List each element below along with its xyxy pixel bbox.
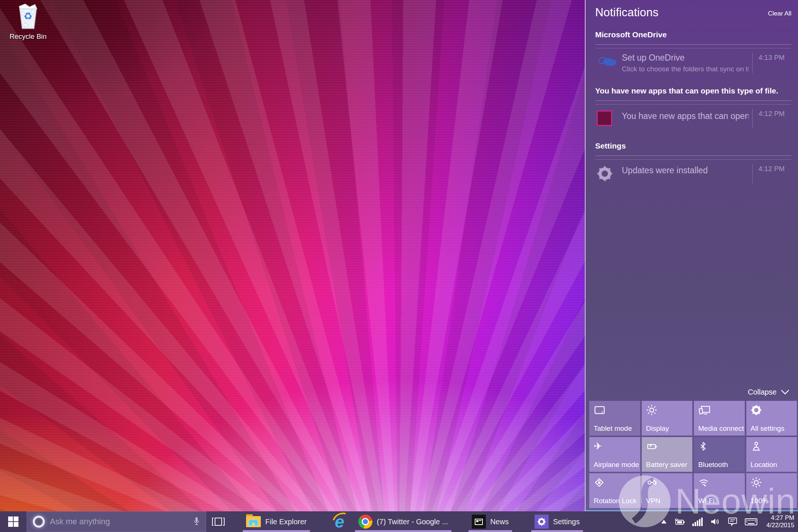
vpn-icon [646,477,658,488]
clear-all-button[interactable]: Clear All [768,10,791,19]
notification-time: 4:12 PM [752,109,791,128]
task-view-icon [212,517,225,526]
recycle-bin-icon: ♻ [16,3,40,30]
battery-saver-icon [646,441,658,452]
notification-group-new-apps: You have new apps that can open this typ… [595,86,791,134]
search-input[interactable] [50,517,187,526]
location-icon [751,441,762,452]
group-header: You have new apps that can open this typ… [595,86,791,95]
quick-action-battery-saver[interactable]: Battery saver [642,437,693,472]
quick-actions-grid: Tablet mode Display Media connect [589,401,797,508]
brightness-icon [751,477,762,488]
airplane-icon: ✈ [594,441,640,452]
notification-updates[interactable]: Updates were installed 4:12 PM [595,160,791,189]
microphone-icon[interactable] [192,516,201,527]
quick-action-location[interactable]: Location [746,437,797,472]
notifications-title: Notifications [595,6,658,19]
task-view-button[interactable] [206,511,231,532]
notification-onedrive[interactable]: Set up OneDrive Click to choose the fold… [595,48,791,79]
taskbar-chrome[interactable]: (7) Twitter - Google ... [354,511,453,532]
group-header: Settings [595,141,791,150]
windows-logo-icon [8,516,18,527]
notification-new-apps[interactable]: You have new apps that can open we 4:12 … [595,105,791,134]
file-explorer-icon [246,516,261,527]
recycle-bin-label: Recycle Bin [4,33,52,41]
taskbar-file-explorer[interactable]: File Explorer [242,511,311,532]
notification-title: You have new apps that can open we [622,111,748,121]
divider [595,156,791,156]
volume-icon[interactable] [710,517,720,526]
quick-action-bluetooth[interactable]: Bluetooth [694,437,745,472]
internet-explorer-icon: e [335,514,344,529]
show-hidden-icons-button[interactable] [661,520,666,524]
recycle-bin-shortcut[interactable]: ♻ Recycle Bin [4,3,52,41]
app-file-icon [597,109,622,128]
cortana-search-box[interactable] [27,511,206,532]
brightness-icon [646,405,657,416]
action-center-header: Notifications Clear All [595,6,791,19]
network-signal-icon[interactable] [692,517,703,526]
rotation-lock-icon [594,477,605,488]
taskbar-news[interactable]: News [467,511,513,532]
tablet-icon [594,405,606,416]
gear-icon [597,164,622,183]
quick-action-airplane-mode[interactable]: ✈ Airplane mode [589,437,640,472]
quick-action-rotation-lock[interactable]: Rotation Lock [589,473,640,508]
taskbar-internet-explorer[interactable]: e [330,511,349,532]
onedrive-cloud-icon [597,53,622,73]
quick-action-vpn[interactable]: VPN [642,473,693,508]
chevron-down-icon [781,390,789,395]
clock-date: 4/22/2015 [766,522,794,529]
notification-group-onedrive: Microsoft OneDrive Set up OneDrive Click… [595,30,791,79]
media-connect-icon [698,405,711,416]
notification-time: 4:12 PM [752,164,791,183]
battery-tray-icon[interactable] [674,517,685,526]
svg-text:♻: ♻ [24,10,33,22]
quick-action-display[interactable]: Display [642,401,693,436]
taskbar-settings[interactable]: Settings [530,511,584,532]
system-tray: 4:27 PM 4/22/2015 [661,511,798,532]
quick-action-all-settings[interactable]: All settings [746,401,797,436]
bluetooth-icon [698,441,708,452]
notification-title: Set up OneDrive [622,53,748,63]
gear-icon [751,405,762,416]
settings-icon [535,515,549,529]
notification-subtitle: Click to choose the folders that sync on… [622,65,748,73]
cortana-icon [33,516,45,528]
notification-time: 4:13 PM [752,53,791,73]
wifi-icon [698,477,709,488]
quick-action-tablet-mode[interactable]: Tablet mode [589,401,640,436]
touch-keyboard-icon[interactable] [745,517,757,526]
collapse-button[interactable]: Collapse [586,388,798,401]
start-button[interactable] [0,511,27,532]
chrome-icon [358,515,372,529]
quick-action-brightness-level[interactable]: 100% [746,473,797,508]
up-arrow-icon [661,520,666,524]
notification-title: Updates were installed [622,166,748,175]
divider [595,44,791,45]
collapse-label: Collapse [748,388,777,396]
news-icon [472,515,486,529]
clock-time: 4:27 PM [766,514,794,522]
taskbar: File Explorer e (7) Twitter - Google ...… [0,511,798,532]
group-header: Microsoft OneDrive [595,30,791,39]
divider [595,100,791,101]
quick-action-media-connect[interactable]: Media connect [694,401,745,436]
action-center-panel: Notifications Clear All Microsoft OneDri… [585,0,798,511]
quick-action-wifi[interactable]: Wi-Fi [694,473,745,508]
clock[interactable]: 4:27 PM 4/22/2015 [765,514,794,529]
action-center-tray-icon[interactable] [728,517,737,526]
notification-group-settings: Settings [595,141,791,189]
